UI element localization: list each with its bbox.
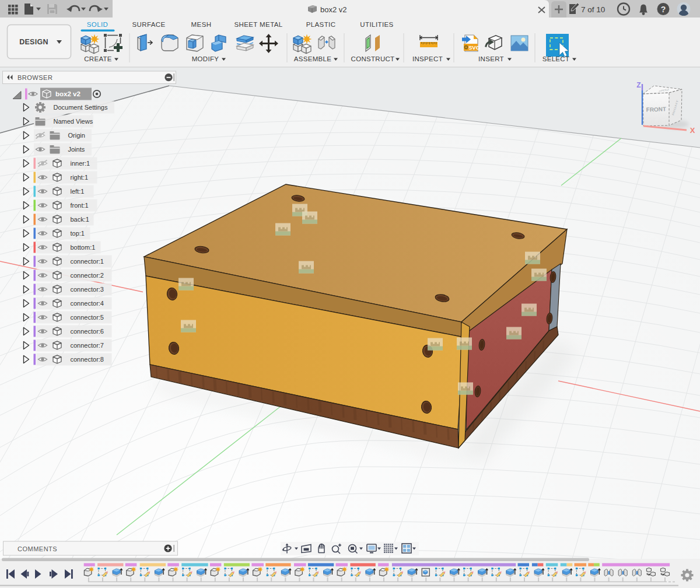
svg-text:PLASTIC: PLASTIC	[306, 21, 336, 28]
svg-text:FRONT: FRONT	[646, 106, 666, 113]
svg-text:connector:3: connector:3	[71, 286, 104, 293]
svg-text:connector:1: connector:1	[71, 258, 104, 265]
svg-text:connector:6: connector:6	[71, 328, 104, 335]
svg-text:ASSEMBLE: ASSEMBLE	[294, 55, 331, 62]
svg-text:BROWSER: BROWSER	[18, 74, 52, 81]
svg-text:connector:2: connector:2	[71, 272, 104, 279]
svg-text:top:1: top:1	[71, 230, 85, 237]
svg-text:Origin: Origin	[68, 132, 85, 139]
svg-text:right:1: right:1	[71, 174, 89, 181]
svg-text:DESIGN: DESIGN	[19, 38, 48, 46]
svg-text:connector:4: connector:4	[71, 300, 104, 307]
svg-text:left:1: left:1	[71, 188, 85, 195]
svg-text:box2 v2: box2 v2	[55, 90, 80, 97]
svg-text:Joints: Joints	[68, 146, 85, 153]
svg-text:connector:7: connector:7	[71, 342, 104, 349]
svg-text:SHEET METAL: SHEET METAL	[234, 21, 282, 28]
svg-text:connector:5: connector:5	[71, 314, 104, 321]
svg-text:7 of 10: 7 of 10	[581, 5, 605, 14]
svg-text:INSERT: INSERT	[478, 55, 504, 62]
svg-text:bottom:1: bottom:1	[71, 244, 96, 251]
svg-text:inner:1: inner:1	[71, 160, 90, 167]
svg-text:SURFACE: SURFACE	[132, 21, 165, 28]
svg-text:box2 v2: box2 v2	[320, 5, 347, 14]
svg-text:front:1: front:1	[71, 202, 89, 209]
svg-text:CREATE: CREATE	[84, 55, 112, 62]
svg-text:INSPECT: INSPECT	[412, 55, 443, 62]
svg-text:Z: Z	[636, 81, 640, 89]
svg-text:Named Views: Named Views	[54, 118, 93, 125]
svg-text:connector:8: connector:8	[71, 356, 104, 363]
svg-text:MODIFY: MODIFY	[192, 55, 219, 62]
svg-text:X: X	[690, 126, 695, 135]
svg-text:SOLID: SOLID	[87, 21, 108, 28]
svg-text:UTILITIES: UTILITIES	[360, 21, 393, 28]
svg-text:?: ?	[661, 5, 666, 14]
svg-text:MESH: MESH	[191, 21, 212, 28]
svg-text:SVG: SVG	[468, 44, 480, 51]
svg-text:CONSTRUCT: CONSTRUCT	[351, 55, 395, 62]
svg-text:back:1: back:1	[71, 216, 89, 223]
svg-text:Document Settings: Document Settings	[54, 104, 108, 111]
svg-text:COMMENTS: COMMENTS	[18, 545, 57, 552]
